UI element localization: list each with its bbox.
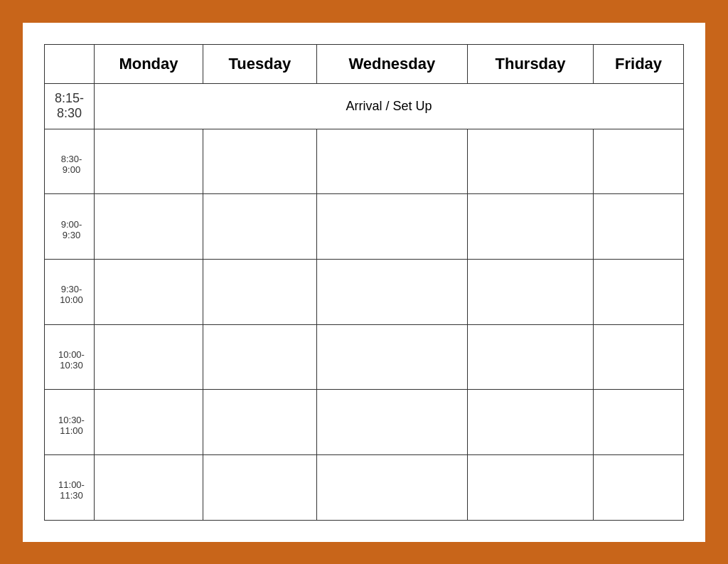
- cell-thu-10-30: [467, 390, 593, 455]
- header-monday: Monday: [95, 44, 203, 83]
- cell-fri-9-30: [594, 259, 684, 324]
- time-9-00: 9:00- 9:30: [45, 194, 95, 260]
- header-thursday: Thursday: [467, 44, 593, 83]
- time-10-00: 10:00- 10:30: [45, 324, 95, 390]
- cell-tue-9-00: [203, 194, 316, 260]
- cell-tue-8-30: [203, 129, 316, 194]
- row-10-00: 10:00- 10:30: [45, 324, 684, 390]
- time-8-15: 8:15- 8:30: [45, 83, 95, 129]
- time-9-30: 9:30- 10:00: [45, 259, 95, 324]
- cell-tue-10-00: [203, 324, 316, 390]
- cell-mon-8-30: [95, 129, 203, 194]
- cell-fri-11-00: [594, 454, 684, 520]
- schedule-table: Monday Tuesday Wednesday Thursday Friday…: [44, 44, 684, 521]
- header-wednesday: Wednesday: [316, 44, 467, 83]
- header-friday: Friday: [594, 44, 684, 83]
- arrival-row: 8:15- 8:30 Arrival / Set Up: [45, 83, 684, 129]
- cell-mon-9-30: [95, 259, 203, 324]
- cell-tue-9-30: [203, 259, 316, 324]
- cell-wed-9-30: [316, 259, 467, 324]
- cell-tue-10-30: [203, 390, 316, 455]
- row-10-30: 10:30- 11:00: [45, 390, 684, 455]
- cell-mon-11-00: [95, 454, 203, 520]
- cell-fri-10-00: [594, 324, 684, 390]
- cell-fri-9-00: [594, 194, 684, 260]
- time-8-30: 8:30- 9:00: [45, 129, 95, 194]
- cell-wed-10-30: [316, 390, 467, 455]
- arrival-label: Arrival / Set Up: [95, 83, 684, 129]
- cell-mon-10-30: [95, 390, 203, 455]
- time-11-00: 11:00- 11:30: [45, 454, 95, 520]
- cell-wed-8-30: [316, 129, 467, 194]
- cell-thu-11-00: [467, 454, 593, 520]
- cell-fri-8-30: [594, 129, 684, 194]
- time-10-30: 10:30- 11:00: [45, 390, 95, 455]
- row-9-00: 9:00- 9:30: [45, 194, 684, 260]
- row-9-30: 9:30- 10:00: [45, 259, 684, 324]
- cell-fri-10-30: [594, 390, 684, 455]
- cell-mon-9-00: [95, 194, 203, 260]
- row-11-00: 11:00- 11:30: [45, 454, 684, 520]
- cell-wed-9-00: [316, 194, 467, 260]
- cell-mon-10-00: [95, 324, 203, 390]
- cell-wed-10-00: [316, 324, 467, 390]
- page-container: Monday Tuesday Wednesday Thursday Friday…: [23, 23, 705, 542]
- cell-thu-9-00: [467, 194, 593, 260]
- header-time-col: [45, 44, 95, 83]
- cell-thu-8-30: [467, 129, 593, 194]
- cell-tue-11-00: [203, 454, 316, 520]
- cell-wed-11-00: [316, 454, 467, 520]
- cell-thu-10-00: [467, 324, 593, 390]
- row-8-30: 8:30- 9:00: [45, 129, 684, 194]
- header-tuesday: Tuesday: [203, 44, 316, 83]
- cell-thu-9-30: [467, 259, 593, 324]
